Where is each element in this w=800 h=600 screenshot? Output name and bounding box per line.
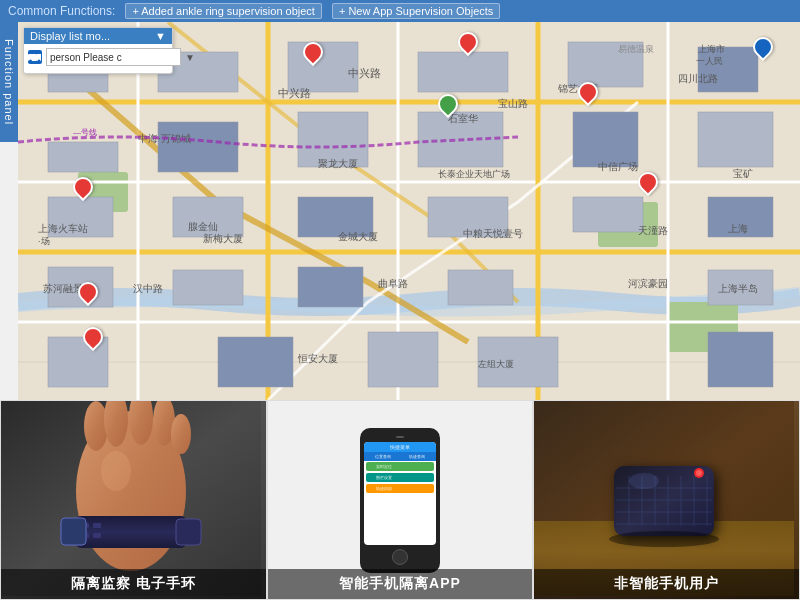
svg-point-110: [609, 531, 719, 547]
svg-rect-21: [48, 142, 118, 172]
phone-frame: 快捷菜单 位置查询 轨迹查询 实时定位 围栏设置: [360, 428, 440, 573]
svg-text:·场: ·场: [38, 236, 50, 246]
common-functions-label: Common Functions:: [8, 4, 115, 18]
svg-rect-22: [158, 122, 238, 172]
svg-text:中粮天悦壹号: 中粮天悦壹号: [463, 228, 523, 239]
mini-control-dropdown-arrow[interactable]: ▼: [155, 30, 166, 42]
svg-text:新梅大厦: 新梅大厦: [203, 233, 243, 244]
svg-point-109: [629, 473, 659, 489]
svg-rect-34: [173, 270, 243, 305]
svg-text:宝山路: 宝山路: [498, 98, 528, 109]
map-pin-red-2[interactable]: [78, 282, 100, 304]
map-pin-red-6[interactable]: [578, 82, 600, 104]
svg-rect-25: [573, 112, 638, 167]
svg-text:腺金仙: 腺金仙: [188, 221, 218, 232]
svg-text:—号线: —号线: [73, 128, 97, 137]
svg-text:上海市: 上海市: [698, 44, 725, 54]
mini-control-row: ▼: [28, 48, 168, 66]
map-pin-red-8[interactable]: [753, 37, 775, 59]
card-device: 非智能手机用户: [533, 400, 800, 600]
svg-rect-90: [93, 533, 101, 538]
mini-control-header: Display list mo... ▼: [24, 28, 172, 44]
card-bracelet: 隔离监察 电子手环: [0, 400, 267, 600]
svg-rect-31: [573, 197, 643, 232]
svg-rect-88: [93, 523, 101, 528]
svg-point-92: [101, 451, 131, 491]
svg-text:中信广场: 中信广场: [598, 161, 638, 172]
map-pin-red-5[interactable]: [458, 32, 480, 54]
svg-text:金城大厦: 金城大厦: [338, 231, 378, 242]
svg-text:中兴路: 中兴路: [348, 67, 381, 79]
card-bracelet-label: 隔离监察 电子手环: [1, 569, 266, 599]
svg-text:天潼路: 天潼路: [638, 225, 668, 236]
svg-text:易德温泉: 易德温泉: [618, 44, 654, 54]
svg-rect-35: [298, 267, 363, 307]
svg-rect-36: [448, 270, 513, 305]
mini-control-title: Display list mo...: [30, 30, 110, 42]
card-device-label: 非智能手机用户: [534, 569, 799, 599]
svg-rect-42: [708, 332, 773, 387]
map-pin-red-4[interactable]: [303, 42, 325, 64]
card-app-label: 智能手机隔离APP: [268, 569, 533, 599]
svg-text:宝矿: 宝矿: [733, 168, 753, 179]
svg-text:中兴路: 中兴路: [278, 87, 311, 99]
svg-text:四川北路: 四川北路: [678, 73, 718, 84]
top-bar: Common Functions: + Added ankle ring sup…: [0, 0, 800, 22]
input-dropdown-arrow[interactable]: ▼: [185, 52, 195, 63]
svg-point-108: [696, 470, 702, 476]
svg-rect-91: [61, 518, 86, 545]
svg-rect-86: [176, 519, 201, 545]
svg-rect-40: [368, 332, 438, 387]
map-pin-red-1[interactable]: [73, 177, 95, 199]
svg-text:一人民: 一人民: [696, 56, 723, 66]
svg-text:曲阜路: 曲阜路: [378, 278, 408, 289]
add-ankle-ring-button[interactable]: + Added ankle ring supervision object: [125, 3, 322, 19]
svg-text:上海火车站: 上海火车站: [38, 223, 88, 234]
svg-rect-18: [418, 52, 508, 92]
svg-text:汉中路: 汉中路: [133, 283, 163, 294]
truck-icon: [28, 50, 42, 64]
bottom-section: 隔离监察 电子手环 快捷菜单 位置查询 轨迹查询 实时定位: [0, 400, 800, 600]
mini-control-panel: Display list mo... ▼ ▼: [23, 27, 173, 74]
svg-rect-39: [218, 337, 293, 387]
svg-rect-84: [76, 516, 186, 548]
map-pin-green[interactable]: [438, 94, 460, 116]
map-area: 中兴路 中兴路 石室华 宝山路 锦艺大厦 四川北路 上海市 一人民 易德温泉 中…: [18, 22, 800, 400]
svg-text:上海: 上海: [728, 223, 748, 234]
svg-text:聚龙大厦: 聚龙大厦: [318, 158, 358, 169]
svg-text:上海半岛: 上海半岛: [718, 283, 758, 294]
svg-text:河滨豪园: 河滨豪园: [628, 278, 668, 289]
svg-text:长泰企业天地广场: 长泰企业天地广场: [438, 169, 510, 179]
mini-control-body: ▼: [24, 44, 172, 73]
svg-rect-73: [28, 54, 37, 61]
svg-rect-26: [698, 112, 773, 167]
svg-point-83: [171, 414, 191, 454]
person-input[interactable]: [46, 48, 181, 66]
phone-screen: 快捷菜单 位置查询 轨迹查询 实时定位 围栏设置: [364, 442, 436, 545]
new-app-supervision-button[interactable]: + New App Supervision Objects: [332, 3, 500, 19]
map-pin-red-7[interactable]: [638, 172, 660, 194]
card-app: 快捷菜单 位置查询 轨迹查询 实时定位 围栏设置: [267, 400, 534, 600]
svg-text:恒安大厦: 恒安大厦: [297, 353, 338, 364]
map-pin-red-3[interactable]: [83, 327, 105, 349]
function-panel-tab[interactable]: Function panel: [0, 22, 18, 142]
svg-text:左组大厦: 左组大厦: [478, 359, 514, 369]
